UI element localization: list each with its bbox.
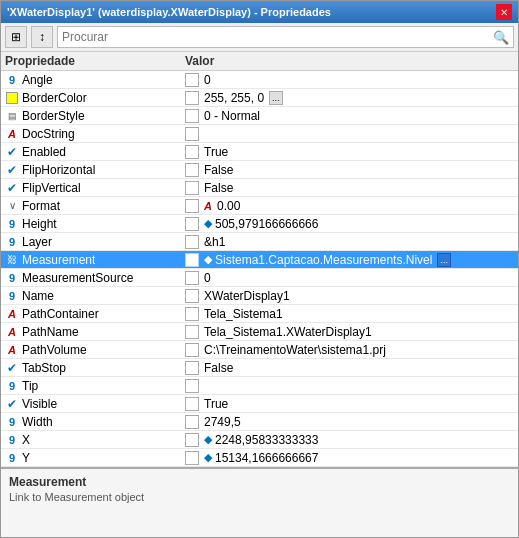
checkbox[interactable] [185,325,199,339]
type-a-icon: A [5,127,19,141]
property-name: Angle [22,73,53,87]
checkbox[interactable] [185,181,199,195]
property-cell: A PathName [5,325,185,339]
property-value: 505,979166666666 [215,217,318,231]
value-cell: Tela_Sistema1 [185,307,514,321]
check-icon: ✔ [5,145,19,159]
table-row[interactable]: ✔ FlipHorizontal False [1,161,518,179]
checkbox[interactable] [185,109,199,123]
value-cell: &h1 [185,235,514,249]
property-name: DocString [22,127,75,141]
table-row[interactable]: ✔ Enabled True [1,143,518,161]
ellipsis-button[interactable]: ... [269,91,283,105]
table-row[interactable]: A PathContainer Tela_Sistema1 [1,305,518,323]
checkbox[interactable] [185,253,199,267]
checkbox[interactable] [185,217,199,231]
property-value: C:\TreinamentoWater\sistema1.prj [204,343,386,357]
checkbox[interactable] [185,379,199,393]
check-icon: ✔ [5,181,19,195]
property-cell: BorderColor [5,91,185,105]
style-icon: ▤ [5,109,19,123]
search-box: 🔍 [57,26,514,48]
property-name: Y [22,451,30,465]
type-a-icon: A [5,325,19,339]
property-name: Format [22,199,60,213]
table-row[interactable]: 9 Name XWaterDisplay1 [1,287,518,305]
property-name: PathName [22,325,79,339]
checkbox[interactable] [185,145,199,159]
value-cell: XWaterDisplay1 [185,289,514,303]
value-cell: 2749,5 [185,415,514,429]
property-name: Name [22,289,54,303]
color-icon [5,91,19,105]
property-name: Width [22,415,53,429]
property-cell: 9 Tip [5,379,185,393]
table-row[interactable]: ✔ TabStop False [1,359,518,377]
check-icon: ✔ [5,397,19,411]
property-value: &h1 [204,235,225,249]
value-cell: ◆ 2248,95833333333 [185,433,514,447]
property-cell: A PathVolume [5,343,185,357]
categorize-button[interactable]: ⊞ [5,26,27,48]
table-row[interactable]: A DocString [1,125,518,143]
checkbox[interactable] [185,289,199,303]
checkbox[interactable] [185,235,199,249]
property-cell: ✔ FlipVertical [5,181,185,195]
property-cell: 9 X [5,433,185,447]
table-row[interactable]: 9 Height ◆ 505,979166666666 [1,215,518,233]
table-row[interactable]: ∨ Format A 0.00 [1,197,518,215]
value-cell: True [185,397,514,411]
close-button[interactable]: ✕ [496,4,512,20]
table-row[interactable]: 9 Layer &h1 [1,233,518,251]
property-cell: ✔ Visible [5,397,185,411]
ellipsis-button[interactable]: ... [437,253,451,267]
value-cell [185,127,514,141]
checkbox[interactable] [185,343,199,357]
type-a-icon: A [5,307,19,321]
checkbox[interactable] [185,451,199,465]
table-row[interactable]: ✔ Visible True [1,395,518,413]
property-value: 0 [204,73,211,87]
checkbox[interactable] [185,91,199,105]
table-row[interactable]: 9 X ◆ 2248,95833333333 [1,431,518,449]
table-row[interactable]: ✔ FlipVertical False [1,179,518,197]
table-row[interactable]: BorderColor 255, 255, 0 ... [1,89,518,107]
checkbox[interactable] [185,127,199,141]
type-9-icon: 9 [5,415,19,429]
checkbox[interactable] [185,271,199,285]
checkbox[interactable] [185,199,199,213]
checkbox[interactable] [185,73,199,87]
property-name: BorderColor [22,91,87,105]
table-row[interactable]: 9 Angle 0 [1,71,518,89]
table-row[interactable]: ▤ BorderStyle 0 - Normal [1,107,518,125]
val-a-icon: A [204,200,212,212]
property-cell: 9 Name [5,289,185,303]
property-cell: 9 MeasurementSource [5,271,185,285]
value-cell: 0 [185,73,514,87]
value-cell: ◆ 15134,1666666667 [185,451,514,465]
table-row[interactable]: 9 MeasurementSource 0 [1,269,518,287]
value-cell: False [185,181,514,195]
property-name: PathContainer [22,307,99,321]
value-cell: 0 - Normal [185,109,514,123]
checkbox[interactable] [185,307,199,321]
search-input[interactable] [62,30,493,44]
value-cell [185,379,514,393]
table-row[interactable]: 9 Width 2749,5 [1,413,518,431]
property-value: False [204,181,233,195]
table-row-selected[interactable]: ⛓ Measurement ◆ Sistema1.Captacao.Measur… [1,251,518,269]
table-row[interactable]: A PathName Tela_Sistema1.XWaterDisplay1 [1,323,518,341]
checkbox[interactable] [185,397,199,411]
table-row[interactable]: 9 Y ◆ 15134,1666666667 [1,449,518,467]
sort-button[interactable]: ↕ [31,26,53,48]
property-value: XWaterDisplay1 [204,289,290,303]
table-row[interactable]: A PathVolume C:\TreinamentoWater\sistema… [1,341,518,359]
checkbox[interactable] [185,433,199,447]
value-cell: C:\TreinamentoWater\sistema1.prj [185,343,514,357]
checkbox[interactable] [185,415,199,429]
table-row[interactable]: 9 Tip [1,377,518,395]
search-icon: 🔍 [493,30,509,45]
checkbox[interactable] [185,163,199,177]
checkbox[interactable] [185,361,199,375]
value-cell: 0 [185,271,514,285]
